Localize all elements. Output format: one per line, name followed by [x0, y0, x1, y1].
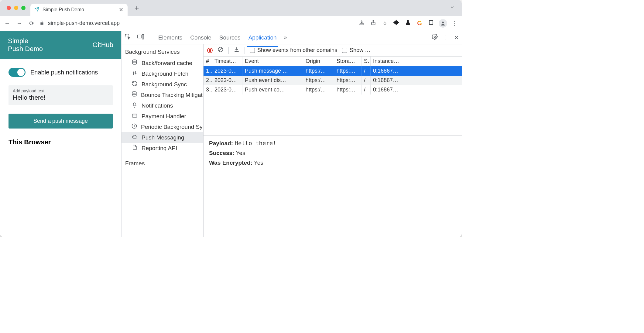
sidebar-item-background-fetch[interactable]: Background Fetch	[122, 68, 203, 79]
show-other-domains-checkbox[interactable]: Show events from other domains	[250, 47, 337, 53]
column-header[interactable]: S..	[361, 57, 371, 66]
lock-icon	[39, 20, 44, 26]
detail-encrypted-key: Was Encrypted:	[209, 160, 252, 166]
record-button[interactable]	[207, 48, 213, 53]
app-body: Enable push notifications Add payload te…	[0, 59, 121, 155]
sidebar-item-bounce-tracking-mitigations[interactable]: Bounce Tracking Mitigations	[122, 90, 203, 100]
column-header[interactable]: #	[204, 57, 212, 66]
labs-icon[interactable]	[404, 19, 412, 27]
new-tab-button[interactable]: ＋	[133, 3, 140, 13]
separator	[228, 47, 229, 54]
browser-window: Simple Push Demo ✕ ＋ ← → ⟳ simple-push-d…	[0, 0, 462, 237]
more-tabs-icon[interactable]: »	[284, 34, 287, 41]
app-title-line2: Push Demo	[8, 45, 43, 53]
bookmark-star-icon[interactable]: ☆	[381, 20, 389, 27]
google-icon[interactable]: G	[416, 20, 423, 27]
share-icon[interactable]	[369, 19, 377, 27]
zoom-window-button[interactable]	[21, 6, 26, 10]
cell-origin: https:/…	[303, 76, 334, 85]
events-toolbar: Show events from other domains Show …	[204, 44, 462, 57]
browser-toolbar: ← → ⟳ simple-push-demo.vercel.app ☆ G ⋮	[0, 16, 462, 31]
sidebar-item-push-messaging[interactable]: Push Messaging	[122, 132, 203, 143]
content-area: Simple Push Demo GitHub Enable push noti…	[0, 31, 462, 237]
checkbox-icon	[250, 48, 255, 53]
sidebar-item-background-sync[interactable]: Background Sync	[122, 79, 203, 90]
gear-icon[interactable]	[432, 34, 438, 41]
reload-button[interactable]: ⟳	[27, 20, 36, 27]
cell-n: 1.	[204, 66, 212, 76]
devtools-body: Background Services Back/forward cacheBa…	[122, 44, 462, 237]
tab-sources[interactable]: Sources	[219, 32, 241, 43]
table-row[interactable]: 3.2023-0…Push event co…https:/…https:…/0…	[204, 85, 462, 94]
reading-list-icon[interactable]	[427, 19, 435, 27]
profile-avatar[interactable]	[439, 19, 447, 28]
svg-point-8	[132, 60, 136, 61]
cell-origin: https:/…	[303, 85, 334, 94]
event-details: Payload: Hello there! Success: Yes Was E…	[204, 136, 462, 170]
sidebar-item-label: Periodic Background Sync	[141, 124, 204, 130]
events-table: #Timest…EventOriginStora…S..Instance… 1.…	[204, 57, 462, 136]
sidebar-item-payment-handler[interactable]: Payment Handler	[122, 111, 203, 122]
download-icon[interactable]	[234, 46, 240, 54]
close-devtools-icon[interactable]: ✕	[454, 34, 459, 41]
cutoff-heading: This Browser	[9, 138, 113, 146]
checkbox-icon	[342, 48, 347, 53]
table-row[interactable]: 2.2023-0…Push event dis…https:/…https:…/…	[204, 76, 462, 85]
db-icon	[131, 91, 137, 99]
svg-point-7	[434, 36, 436, 38]
cell-sw: /	[361, 76, 371, 85]
enable-push-label: Enable push notifications	[30, 68, 98, 76]
tab-application[interactable]: Application	[248, 32, 277, 43]
webpage-viewport: Simple Push Demo GitHub Enable push noti…	[0, 31, 122, 237]
sidebar-item-periodic-background-sync[interactable]: Periodic Background Sync	[122, 122, 203, 132]
clear-icon[interactable]	[218, 46, 224, 54]
cell-instance: 0:16867…	[371, 66, 407, 76]
payload-field[interactable]: Add payload text	[9, 85, 113, 105]
cell-storage: https:…	[334, 66, 361, 76]
show-more-label: Show …	[350, 47, 370, 53]
sidebar-item-label: Bounce Tracking Mitigations	[141, 92, 204, 98]
detail-success-key: Success:	[209, 150, 234, 156]
back-button[interactable]: ←	[3, 20, 12, 27]
payload-input[interactable]	[13, 93, 108, 102]
sidebar-heading-frames: Frames	[122, 158, 203, 169]
tab-title: Simple Push Demo	[43, 7, 84, 12]
forward-button[interactable]: →	[15, 20, 24, 27]
show-more-checkbox[interactable]: Show …	[342, 47, 370, 53]
tab-elements[interactable]: Elements	[158, 32, 183, 43]
table-row[interactable]: 1.2023-0…Push message …https:/…https:…/0…	[204, 66, 462, 76]
tab-overflow-button[interactable]	[447, 5, 458, 12]
cell-event: Push event dis…	[242, 76, 303, 85]
chrome-menu-button[interactable]: ⋮	[451, 20, 459, 27]
cell-instance: 0:16867…	[371, 76, 407, 85]
device-toolbar-icon[interactable]	[137, 34, 144, 41]
column-header[interactable]: Event	[242, 57, 303, 66]
clock-icon	[131, 123, 137, 131]
column-header[interactable]: Timest…	[212, 57, 242, 66]
send-push-button[interactable]: Send a push message	[9, 114, 113, 129]
inspect-element-icon[interactable]	[125, 34, 131, 41]
kebab-menu-icon[interactable]: ⋮	[443, 34, 449, 41]
minimize-window-button[interactable]	[14, 6, 18, 10]
app-header: Simple Push Demo GitHub	[0, 31, 121, 59]
detail-payload-value: Hello there!	[235, 140, 276, 146]
address-bar[interactable]: simple-push-demo.vercel.app	[39, 20, 354, 26]
app-title: Simple Push Demo	[8, 37, 43, 53]
close-tab-button[interactable]: ✕	[119, 6, 123, 13]
cell-n: 2.	[204, 76, 212, 85]
sidebar-item-back-forward-cache[interactable]: Back/forward cache	[122, 58, 203, 68]
column-header[interactable]: Origin	[303, 57, 334, 66]
column-header[interactable]: Instance…	[371, 57, 407, 66]
tab-console[interactable]: Console	[190, 32, 212, 43]
install-icon[interactable]	[358, 19, 366, 27]
sidebar-item-notifications[interactable]: Notifications	[122, 100, 203, 111]
url-text: simple-push-demo.vercel.app	[48, 20, 120, 26]
svg-rect-2	[429, 20, 433, 24]
close-window-button[interactable]	[7, 6, 11, 10]
column-header[interactable]: Stora…	[334, 57, 361, 66]
enable-push-toggle[interactable]	[9, 68, 26, 77]
github-link[interactable]: GitHub	[93, 41, 113, 49]
sidebar-item-reporting-api[interactable]: Reporting API	[122, 143, 203, 153]
extensions-icon[interactable]	[392, 19, 400, 27]
browser-tab[interactable]: Simple Push Demo ✕	[30, 4, 128, 16]
